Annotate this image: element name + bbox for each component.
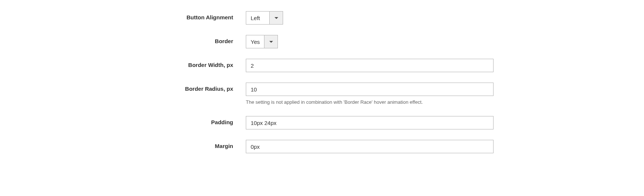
border-toggle[interactable] [264,35,277,48]
button-alignment-toggle[interactable] [269,12,283,24]
row-padding: Padding [15,116,629,129]
caret-down-icon [269,41,273,43]
row-button-alignment: Button Alignment Left [15,11,629,25]
caret-down-icon [275,17,278,19]
border-value: Yes [246,35,264,48]
row-margin: Margin [15,140,629,153]
row-border-width: Border Width, px [15,59,629,72]
row-border: Border Yes [15,35,629,48]
border-width-input[interactable] [246,59,494,72]
button-alignment-select[interactable]: Left [246,11,283,25]
label-button-alignment: Button Alignment [187,14,233,20]
label-margin: Margin [215,143,233,149]
row-border-radius: Border Radius, px The setting is not app… [15,83,629,106]
label-padding: Padding [211,119,233,125]
button-alignment-value: Left [246,12,269,24]
label-border-width: Border Width, px [188,62,233,68]
border-select[interactable]: Yes [246,35,278,48]
label-border-radius: Border Radius, px [185,86,233,92]
border-radius-helper: The setting is not applied in combinatio… [246,99,494,106]
border-radius-input[interactable] [246,83,494,96]
label-border: Border [215,38,233,44]
margin-input[interactable] [246,140,494,153]
padding-input[interactable] [246,116,494,129]
